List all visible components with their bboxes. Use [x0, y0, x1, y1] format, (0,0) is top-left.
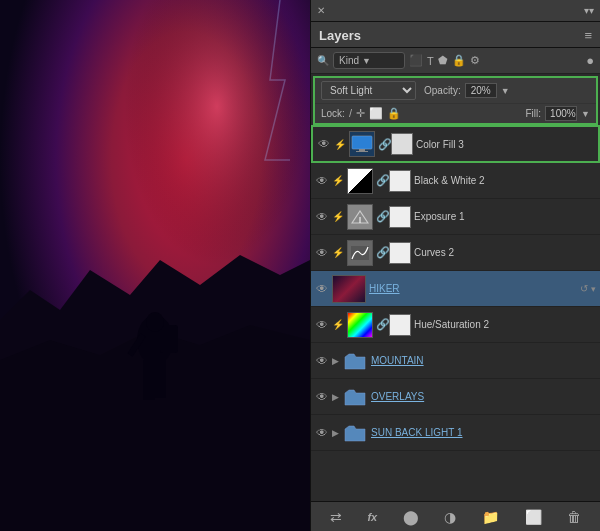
lock-all-icon[interactable]: 🔒: [387, 107, 401, 120]
lock-move-icon[interactable]: ✛: [356, 107, 365, 120]
layer-thumbnail-overlays: [342, 384, 368, 410]
adjustment-button[interactable]: ◑: [440, 507, 460, 527]
layer-mask-black-white-2: [389, 170, 411, 192]
delete-layer-button[interactable]: 🗑: [563, 507, 585, 527]
layer-visibility-black-white-2[interactable]: 👁: [315, 174, 329, 188]
panel-close-icon[interactable]: ✕: [317, 5, 325, 16]
layer-thumbnail-curves-2: [347, 240, 373, 266]
layer-thumbnail-black-white-2: [347, 168, 373, 194]
layer-visibility-hiker[interactable]: 👁: [315, 282, 329, 296]
layer-item-exposure-1[interactable]: 👁 ⚡ 🔗 Exposure 1: [311, 199, 600, 235]
layer-name-mountain: MOUNTAIN: [371, 355, 596, 366]
layer-fx-color-fill-3[interactable]: ⚡: [334, 139, 346, 150]
lock-pixel-icon[interactable]: /: [349, 107, 352, 120]
layer-name-black-white-2: Black & White 2: [414, 175, 596, 186]
layer-item-overlays[interactable]: 👁 ▶ OVERLAYS: [311, 379, 600, 415]
layer-visibility-hue-saturation-2[interactable]: 👁: [315, 318, 329, 332]
kind-label: Kind: [339, 55, 359, 66]
layer-fx-curves-2[interactable]: ⚡: [332, 247, 344, 258]
opacity-dropdown-arrow[interactable]: ▼: [501, 86, 510, 96]
lock-fill-row: Lock: / ✛ ⬜ 🔒 Fill: 100% ▼: [315, 103, 596, 123]
new-group-button[interactable]: 📁: [478, 507, 503, 527]
panel-title: Layers: [319, 28, 361, 43]
layer-visibility-color-fill-3[interactable]: 👁: [317, 137, 331, 151]
layers-panel: ✕ ▾▾ Layers ≡ 🔍 Kind ▼ ⬛ T ⬟ 🔒 ⚙ ● Soft …: [310, 0, 600, 531]
svg-rect-11: [356, 151, 368, 152]
blend-mode-row: Soft Light Opacity: 20% ▼: [315, 78, 596, 103]
layer-visibility-curves-2[interactable]: 👁: [315, 246, 329, 260]
new-layer-button[interactable]: ⬜: [521, 507, 546, 527]
filter-shape-icon[interactable]: ⬟: [438, 54, 448, 67]
layers-list: 👁 ⚡ 🔗 Color Fill 3 👁 ⚡ 🔗 Black & W: [311, 125, 600, 501]
layer-item-hue-saturation-2[interactable]: 👁 ⚡ 🔗 Hue/Saturation 2: [311, 307, 600, 343]
layer-item-mountain[interactable]: 👁 ▶ MOUNTAIN: [311, 343, 600, 379]
opacity-value[interactable]: 20%: [465, 83, 497, 98]
blend-section: Soft Light Opacity: 20% ▼ Lock: / ✛ ⬜ 🔒 …: [313, 76, 598, 125]
layer-item-hiker[interactable]: 👁 HIKER ↺ ▾: [311, 271, 600, 307]
search-box[interactable]: Kind ▼: [333, 52, 405, 69]
layer-name-curves-2: Curves 2: [414, 247, 596, 258]
filter-toggle[interactable]: ●: [586, 53, 594, 68]
photo-area: [0, 0, 310, 531]
layer-expand-overlays[interactable]: ▶: [332, 392, 339, 402]
blend-mode-dropdown[interactable]: Soft Light: [321, 81, 416, 100]
layer-thumbnail-hue-saturation-2: [347, 312, 373, 338]
layer-visibility-overlays[interactable]: 👁: [315, 390, 329, 404]
layer-name-overlays: OVERLAYS: [371, 391, 596, 402]
layer-item-sun-back-light[interactable]: 👁 ▶ SUN BACK LIGHT 1: [311, 415, 600, 451]
filter-type-icon[interactable]: T: [427, 55, 434, 67]
layer-visibility-mountain[interactable]: 👁: [315, 354, 329, 368]
opacity-label: Opacity:: [424, 85, 461, 96]
panel-topbar: ✕ ▾▾: [311, 0, 600, 22]
svg-point-7: [146, 312, 164, 332]
layer-item-black-white-2[interactable]: 👁 ⚡ 🔗 Black & White 2: [311, 163, 600, 199]
layer-smart-filter-icon[interactable]: ↺: [580, 283, 588, 294]
layer-thumbnail-hiker: [332, 275, 366, 303]
layer-chain-black-white-2: 🔗: [376, 174, 386, 187]
layer-name-exposure-1: Exposure 1: [414, 211, 596, 222]
layer-item-curves-2[interactable]: 👁 ⚡ 🔗 Curves 2: [311, 235, 600, 271]
layer-mask-exposure-1: [389, 206, 411, 228]
layer-thumbnail-mountain: [342, 348, 368, 374]
fill-label: Fill:: [526, 108, 542, 119]
layer-fx-hue-saturation-2[interactable]: ⚡: [332, 319, 344, 330]
lock-artboard-icon[interactable]: ⬜: [369, 107, 383, 120]
layer-chain-color-fill-3: 🔗: [378, 138, 388, 151]
layer-mask-color-fill-3: [391, 133, 413, 155]
filter-color-icon[interactable]: ⚙: [470, 54, 480, 67]
panel-collapse-icon[interactable]: ▾▾: [584, 5, 594, 16]
kind-dropdown-arrow[interactable]: ▼: [362, 56, 371, 66]
layer-chain-exposure-1: 🔗: [376, 210, 386, 223]
layer-fx-black-white-2[interactable]: ⚡: [332, 175, 344, 186]
layer-fx-exposure-1[interactable]: ⚡: [332, 211, 344, 222]
layer-name-sun-back-light: SUN BACK LIGHT 1: [371, 427, 596, 438]
layer-item-color-fill-3[interactable]: 👁 ⚡ 🔗 Color Fill 3: [311, 125, 600, 163]
fx-button[interactable]: fx: [363, 509, 381, 525]
layer-mask-curves-2: [389, 242, 411, 264]
svg-rect-4: [155, 360, 166, 398]
panel-menu-button[interactable]: ≡: [584, 28, 592, 43]
fill-dropdown-arrow[interactable]: ▼: [581, 109, 590, 119]
search-icon: 🔍: [317, 55, 329, 66]
lock-label: Lock:: [321, 108, 345, 119]
filter-pixel-icon[interactable]: ⬛: [409, 54, 423, 67]
fill-value[interactable]: 100%: [545, 106, 577, 121]
panel-bottom-toolbar: ⇄ fx ⬤ ◑ 📁 ⬜ 🗑: [311, 501, 600, 531]
layer-expand-sun-back-light[interactable]: ▶: [332, 428, 339, 438]
filter-smart-icon[interactable]: 🔒: [452, 54, 466, 67]
svg-rect-3: [143, 360, 155, 400]
layer-expand-hiker[interactable]: ▾: [591, 284, 596, 294]
layer-expand-mountain[interactable]: ▶: [332, 356, 339, 366]
svg-rect-5: [160, 325, 178, 353]
layer-mask-hue-saturation-2: [389, 314, 411, 336]
layer-visibility-exposure-1[interactable]: 👁: [315, 210, 329, 224]
add-mask-button[interactable]: ⬤: [399, 507, 423, 527]
svg-rect-9: [352, 136, 372, 149]
link-layers-button[interactable]: ⇄: [326, 507, 346, 527]
lock-icons-group: / ✛ ⬜ 🔒: [349, 107, 401, 120]
layer-thumbnail-color-fill-3: [349, 131, 375, 157]
layer-name-hiker: HIKER: [369, 283, 577, 294]
layer-visibility-sun-back-light[interactable]: 👁: [315, 426, 329, 440]
layer-chain-curves-2: 🔗: [376, 246, 386, 259]
filter-row: 🔍 Kind ▼ ⬛ T ⬟ 🔒 ⚙ ●: [311, 48, 600, 74]
